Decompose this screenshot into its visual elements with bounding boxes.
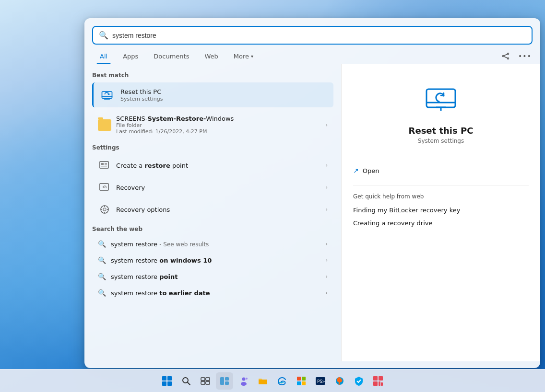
web-item-4[interactable]: 🔍 system restore to earlier date ›	[92, 285, 333, 300]
settings-item-restore-point[interactable]: Create a restore point ›	[92, 155, 333, 176]
svg-line-29	[188, 382, 190, 385]
settings-item-recovery-options-label: Recovery options	[116, 206, 170, 213]
web-item-4-text: system restore to earlier date	[111, 289, 210, 297]
svg-rect-26	[162, 381, 166, 386]
tab-documents[interactable]: Documents	[146, 49, 197, 64]
right-panel-icon	[422, 80, 460, 118]
settings-item-restore-point-label: Create a restore point	[116, 162, 188, 169]
svg-point-2	[503, 56, 504, 57]
svg-rect-51	[381, 382, 383, 386]
folder-result-item[interactable]: SCREENS-System-Restore-Windows File fold…	[92, 111, 333, 138]
svg-rect-27	[167, 381, 172, 386]
web-item-1[interactable]: 🔍 system restore - See web results ›	[92, 236, 333, 252]
svg-rect-47	[373, 376, 378, 380]
settings-item-recovery-options[interactable]: Recovery options ›	[92, 199, 333, 220]
firefox-button[interactable]	[331, 372, 348, 390]
store-icon	[296, 376, 307, 386]
right-panel-divider-2	[353, 185, 529, 185]
svg-point-38	[241, 382, 247, 386]
web-item-2[interactable]: 🔍 system restore on windows 10 ›	[92, 253, 333, 268]
tools-icon	[373, 376, 383, 386]
folder-item-text: SCREENS-System-Restore-Windows File fold…	[116, 115, 234, 135]
web-link-bitlocker[interactable]: Finding my BitLocker recovery key	[353, 204, 529, 217]
web-item-1-chevron-icon: ›	[325, 241, 328, 247]
right-panel-title: Reset this PC	[409, 126, 474, 136]
svg-rect-49	[373, 381, 378, 386]
tools-button[interactable]	[369, 372, 387, 390]
tab-all[interactable]: All	[92, 49, 115, 64]
folder-chevron-icon: ›	[325, 122, 328, 128]
svg-rect-50	[379, 381, 380, 386]
search-tabs: All Apps Documents Web More ▾ •••	[84, 45, 540, 64]
svg-rect-20	[427, 89, 455, 107]
search-taskbar-button[interactable]	[178, 372, 195, 390]
web-search-label: Search the web	[92, 226, 333, 232]
svg-rect-32	[201, 381, 205, 384]
web-item-3[interactable]: 🔍 system restore point ›	[92, 269, 333, 284]
external-link-icon: ↗	[353, 167, 359, 174]
tab-web[interactable]: Web	[197, 49, 225, 64]
web-item-2-chevron-icon: ›	[325, 257, 328, 264]
svg-point-15	[103, 208, 106, 211]
recovery-options-chevron-icon: ›	[325, 206, 328, 213]
reset-pc-icon	[99, 87, 115, 103]
tab-more[interactable]: More ▾	[226, 49, 261, 64]
snap-layout-icon	[220, 376, 229, 386]
web-item-3-chevron-icon: ›	[325, 273, 328, 280]
defender-icon	[354, 376, 364, 386]
svg-rect-35	[225, 377, 229, 380]
teams-button[interactable]	[235, 372, 252, 390]
snap-layout-button[interactable]	[216, 372, 233, 390]
settings-item-recovery-label: Recovery	[116, 184, 145, 191]
web-link-recovery-drive[interactable]: Creating a recovery drive	[353, 217, 529, 230]
settings-item-recovery[interactable]: Recovery ›	[92, 177, 333, 198]
share-icon	[502, 52, 509, 60]
right-panel-divider	[353, 156, 529, 156]
start-button[interactable]	[158, 372, 176, 390]
svg-rect-34	[220, 377, 224, 385]
svg-rect-33	[206, 381, 210, 384]
edge-icon	[277, 376, 287, 386]
folder-modified: Last modified: 1/26/2022, 4:27 PM	[116, 128, 234, 135]
web-search-section: Search the web 🔍 system restore - See we…	[92, 226, 333, 300]
best-match-text: Reset this PC System settings	[120, 88, 163, 102]
task-view-icon	[201, 376, 210, 386]
microsoft-store-button[interactable]	[293, 372, 310, 390]
svg-rect-8	[100, 161, 108, 168]
web-item-1-text: system restore - See web results	[111, 241, 209, 248]
tab-apps[interactable]: Apps	[115, 49, 146, 64]
svg-rect-40	[297, 377, 301, 380]
svg-rect-43	[302, 381, 306, 385]
best-match-sub: System settings	[120, 96, 163, 102]
search-input[interactable]	[112, 32, 526, 39]
svg-rect-13	[100, 184, 108, 190]
settings-section: Settings Create a restore point ›	[92, 144, 333, 220]
firefox-icon	[334, 376, 345, 386]
more-options-button[interactable]: •••	[517, 48, 533, 64]
ellipsis-icon: •••	[518, 52, 532, 60]
task-view-button[interactable]	[197, 372, 214, 390]
defender-button[interactable]	[350, 372, 367, 390]
open-button[interactable]: ↗ Open	[353, 164, 529, 177]
recovery-options-icon	[98, 203, 111, 216]
restore-point-icon	[98, 159, 111, 172]
svg-point-0	[508, 53, 509, 55]
best-match-label: Best match	[92, 72, 333, 79]
terminal-button[interactable]: PS>_	[312, 372, 329, 390]
folder-name: SCREENS-System-Restore-Windows	[116, 115, 234, 122]
search-input-wrapper: 🔍	[92, 26, 533, 45]
search-panel: 🔍 All Apps Documents Web More ▾	[84, 18, 540, 368]
svg-rect-25	[167, 376, 172, 380]
svg-text:PS>_: PS>_	[317, 379, 326, 384]
left-panel: Best match Reset this PC System settings	[84, 64, 341, 361]
taskbar-search-icon	[181, 376, 191, 386]
svg-rect-48	[379, 376, 383, 380]
web-item-4-chevron-icon: ›	[325, 289, 328, 296]
file-explorer-button[interactable]	[254, 372, 272, 390]
edge-button[interactable]	[273, 372, 291, 390]
share-icon-button[interactable]	[498, 48, 513, 64]
svg-point-37	[242, 377, 246, 380]
chevron-down-icon: ▾	[251, 54, 253, 59]
best-match-item[interactable]: Reset this PC System settings	[92, 82, 333, 107]
search-bar-container: 🔍	[92, 26, 533, 45]
